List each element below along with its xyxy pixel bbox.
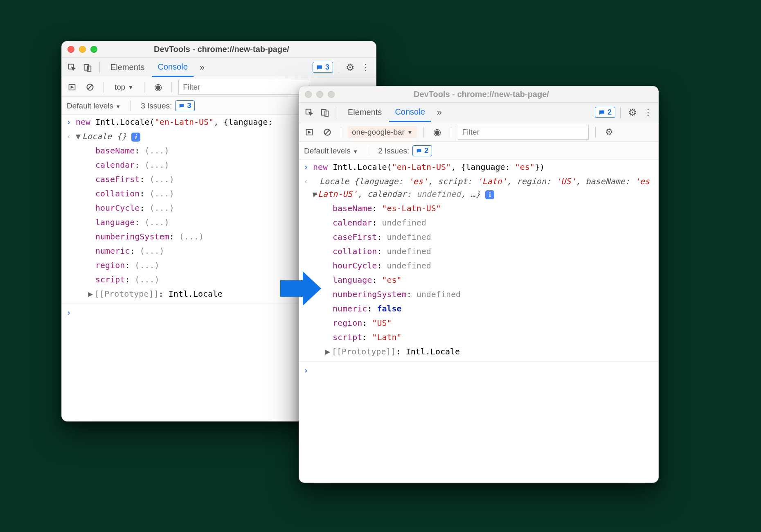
prompt-icon[interactable]: › (299, 364, 313, 377)
clear-console-icon[interactable] (320, 125, 334, 139)
messages-badge[interactable]: 2 (595, 107, 615, 118)
prompt-icon[interactable]: › (62, 307, 76, 319)
property-row[interactable]: calendar: undefined (313, 216, 655, 229)
levels-bar: Default levels ▼ 2 Issues: 2 (299, 142, 658, 160)
return-icon: ‹ (62, 130, 76, 143)
prompt-icon: › (62, 116, 76, 128)
eye-icon[interactable]: ◉ (430, 125, 444, 139)
devtools-toolbar: Elements Console » 3 ⚙ ⋮ (62, 58, 376, 77)
result-header[interactable]: ▼Locale {language: 'es', script: 'Latn',… (313, 175, 655, 201)
context-select[interactable]: top ▼ (110, 81, 137, 93)
window-title: DevTools - chrome://new-tab-page/ (335, 90, 653, 99)
minimize-icon[interactable] (79, 46, 86, 53)
messages-badge[interactable]: 3 (313, 62, 333, 73)
device-toggle-icon[interactable] (81, 61, 95, 74)
property-row[interactable]: caseFirst: undefined (313, 231, 655, 243)
tab-elements[interactable]: Elements (105, 58, 150, 77)
tab-console[interactable]: Console (389, 103, 430, 122)
filter-input[interactable] (458, 125, 589, 140)
console-filterbar: one-google-bar ▼ ◉ ⚙ (299, 122, 658, 142)
clear-console-icon[interactable] (83, 80, 97, 94)
property-row[interactable]: numberingSystem: undefined (313, 288, 655, 301)
context-label: one-google-bar (352, 128, 405, 137)
property-row[interactable]: hourCycle: undefined (313, 259, 655, 272)
window-title: DevTools - chrome://new-tab-page/ (97, 45, 370, 54)
info-icon[interactable]: i (131, 133, 140, 142)
info-icon[interactable]: i (485, 190, 494, 199)
property-row[interactable]: baseName: "es-Latn-US" (313, 202, 655, 215)
titlebar: DevTools - chrome://new-tab-page/ (299, 86, 658, 103)
property-row[interactable]: numeric: false (313, 302, 655, 315)
console-input-echo: new Intl.Locale("en-Latn-US", {language:… (313, 161, 655, 174)
issues-button[interactable]: 2 Issues: 2 (378, 145, 432, 156)
inspect-icon[interactable] (65, 61, 79, 74)
property-row[interactable]: collation: undefined (313, 245, 655, 258)
prompt-icon: › (299, 161, 313, 174)
messages-count: 2 (608, 108, 612, 117)
context-select[interactable]: one-google-bar ▼ (348, 126, 417, 138)
issues-count: 2 (424, 147, 428, 155)
filter-input[interactable] (178, 80, 309, 95)
arrow-icon (278, 270, 323, 307)
context-label: top (115, 83, 125, 92)
property-row[interactable]: script: "Latn" (313, 331, 655, 344)
toggle-drawer-icon[interactable] (65, 80, 79, 94)
device-toggle-icon[interactable] (318, 106, 332, 119)
minimize-icon[interactable] (316, 91, 323, 98)
messages-count: 3 (325, 63, 329, 72)
tab-console[interactable]: Console (152, 58, 193, 77)
console-output: › new Intl.Locale("en-Latn-US", {languag… (299, 160, 658, 378)
tab-elements[interactable]: Elements (342, 103, 387, 122)
issues-count: 3 (187, 101, 191, 110)
property-row[interactable]: language: "es" (313, 274, 655, 286)
eye-icon[interactable]: ◉ (151, 80, 165, 94)
gear-icon[interactable]: ⚙ (602, 125, 616, 139)
issues-label: 2 Issues: (378, 147, 409, 156)
inspect-icon[interactable] (302, 106, 316, 119)
more-tabs-icon[interactable]: » (195, 61, 209, 74)
levels-select[interactable]: Default levels ▼ (304, 147, 358, 156)
titlebar: DevTools - chrome://new-tab-page/ (62, 41, 376, 58)
levels-select[interactable]: Default levels ▼ (67, 101, 121, 110)
zoom-icon[interactable] (90, 46, 97, 53)
close-icon[interactable] (68, 46, 74, 53)
zoom-icon[interactable] (328, 91, 335, 98)
kebab-icon[interactable]: ⋮ (359, 61, 373, 74)
prototype-row[interactable]: ▶[[Prototype]]: Intl.Locale (313, 345, 655, 358)
return-icon: ‹ (299, 175, 313, 201)
more-tabs-icon[interactable]: » (432, 106, 446, 119)
toggle-drawer-icon[interactable] (302, 125, 316, 139)
devtools-toolbar: Elements Console » 2 ⚙ ⋮ (299, 103, 658, 122)
svg-rect-1 (84, 64, 89, 70)
issues-label: 3 Issues: (141, 101, 172, 110)
kebab-icon[interactable]: ⋮ (641, 106, 655, 119)
gear-icon[interactable]: ⚙ (626, 106, 639, 119)
close-icon[interactable] (305, 91, 312, 98)
gear-icon[interactable]: ⚙ (343, 61, 357, 74)
svg-rect-6 (322, 109, 326, 115)
issues-button[interactable]: 3 Issues: 3 (141, 100, 195, 111)
property-row[interactable]: region: "US" (313, 317, 655, 329)
